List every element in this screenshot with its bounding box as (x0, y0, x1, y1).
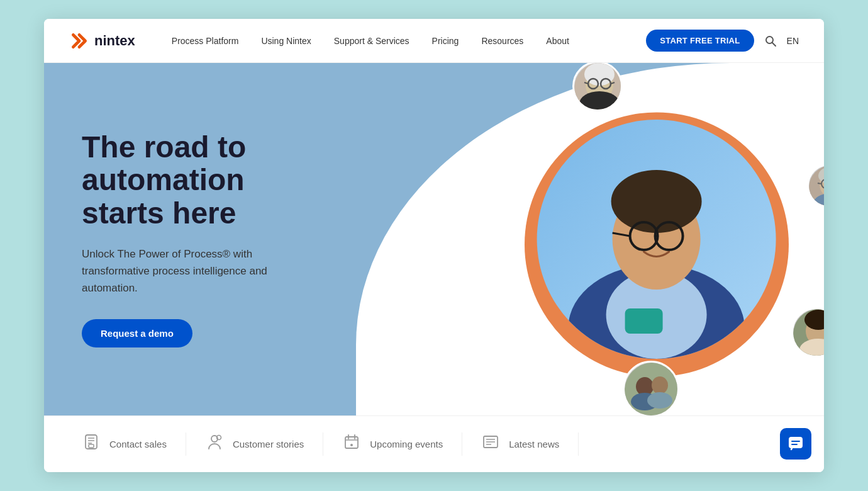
hero-title: The road to automation starts here (82, 131, 308, 230)
nav-item-support-services[interactable]: Support & Services (323, 19, 421, 63)
orbit-ring (516, 82, 824, 397)
svg-rect-54 (791, 441, 800, 442)
orbit-dot-top-right (772, 115, 782, 125)
nav-item-pricing[interactable]: Pricing (421, 19, 470, 63)
nav-right: START FREE TRIAL EN (646, 30, 799, 52)
language-selector[interactable]: EN (787, 36, 799, 46)
start-free-trial-button[interactable]: START FREE TRIAL (646, 30, 754, 52)
svg-point-35 (652, 376, 668, 394)
orbit-dot-left (501, 223, 511, 234)
footer-bar: Contact sales Customer stories (44, 415, 824, 472)
navbar: nintex Process Platform Using Nintex Sup… (44, 19, 824, 63)
nav-item-resources[interactable]: Resources (470, 19, 535, 63)
nav-links: Process Platform Using Nintex Support & … (160, 19, 646, 63)
footer-item-contact-sales[interactable]: Contact sales (82, 432, 186, 456)
contact-sales-label: Contact sales (109, 439, 167, 449)
upcoming-events-label: Upcoming events (370, 439, 443, 449)
latest-news-label: Latest news (509, 439, 559, 449)
latest-news-icon (481, 432, 500, 456)
footer-item-latest-news[interactable]: Latest news (462, 432, 579, 456)
request-demo-button[interactable]: Request a demo (82, 319, 192, 347)
hero-visual (384, 63, 824, 415)
upcoming-events-icon (342, 432, 361, 456)
nav-item-about[interactable]: About (535, 19, 581, 63)
customer-stories-icon (205, 432, 224, 456)
svg-rect-55 (791, 444, 798, 445)
avatar-man-glasses (807, 164, 824, 208)
search-icon (764, 35, 777, 47)
avatar-woman-bottom (791, 307, 824, 358)
avatar-woman-glasses (572, 63, 623, 111)
hero-section: The road to automation starts here Unloc… (44, 63, 824, 415)
svg-line-25 (818, 183, 821, 184)
search-button[interactable] (764, 35, 777, 47)
nintex-logo-icon (69, 31, 89, 51)
svg-point-36 (647, 392, 672, 409)
svg-rect-37 (86, 435, 97, 449)
chat-icon (787, 436, 804, 452)
nav-item-process-platform[interactable]: Process Platform (160, 19, 250, 63)
footer-item-upcoming-events[interactable]: Upcoming events (323, 432, 462, 456)
svg-point-48 (350, 444, 353, 446)
logo-text: nintex (94, 33, 135, 49)
svg-rect-53 (789, 437, 803, 448)
svg-line-1 (772, 43, 776, 46)
hero-content: The road to automation starts here Unloc… (44, 93, 346, 386)
customer-stories-label: Customer stories (233, 439, 304, 449)
svg-rect-44 (345, 437, 358, 448)
svg-rect-41 (89, 444, 94, 448)
footer-item-customer-stories[interactable]: Customer stories (186, 432, 323, 456)
contact-sales-icon (82, 432, 101, 456)
logo[interactable]: nintex (69, 31, 135, 51)
nav-item-using-nintex[interactable]: Using Nintex (250, 19, 322, 63)
browser-window: nintex Process Platform Using Nintex Sup… (44, 19, 824, 472)
avatar-group (623, 361, 679, 415)
hero-subtitle: Unlock The Power of Process® with transf… (82, 246, 308, 297)
chat-button[interactable] (780, 428, 811, 460)
